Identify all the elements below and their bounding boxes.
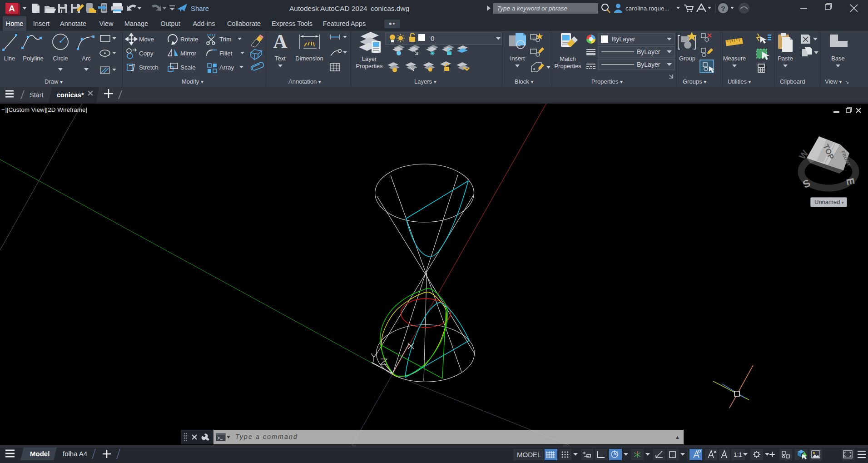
svg-text:carolina.roque...: carolina.roque... — [625, 5, 670, 12]
svg-text:Arc: Arc — [82, 55, 91, 62]
svg-text:Model: Model — [30, 450, 50, 458]
svg-text:Polyline: Polyline — [23, 55, 44, 62]
svg-text:Move: Move — [139, 36, 154, 43]
svg-text:Line: Line — [4, 55, 15, 62]
svg-text:Paste: Paste — [778, 55, 793, 62]
svg-text:?: ? — [721, 5, 725, 12]
svg-text:Copy: Copy — [139, 50, 154, 57]
svg-text:Insert: Insert — [510, 55, 525, 62]
svg-text:E: E — [844, 177, 857, 186]
svg-text:Properties: Properties — [356, 63, 383, 70]
svg-text:conicas.dwg: conicas.dwg — [371, 5, 409, 12]
svg-text:Mirror: Mirror — [180, 50, 197, 57]
svg-text:Properties: Properties — [554, 63, 581, 70]
svg-text:Fillet: Fillet — [219, 50, 233, 57]
svg-text:folha A4: folha A4 — [63, 450, 87, 458]
svg-text:Base: Base — [831, 55, 845, 62]
svg-text:Layer: Layer — [362, 55, 377, 62]
svg-text:Scale: Scale — [180, 64, 196, 71]
svg-text:A: A — [273, 31, 288, 53]
svg-text:Measure: Measure — [723, 55, 746, 62]
svg-text:Share: Share — [191, 5, 209, 12]
svg-text:ByLayer: ByLayer — [637, 48, 660, 55]
svg-text:Group: Group — [679, 55, 695, 62]
svg-text:A: A — [9, 4, 15, 13]
svg-text:Autodesk AutoCAD 2024: Autodesk AutoCAD 2024 — [289, 5, 367, 12]
svg-text:ByLayer: ByLayer — [637, 61, 660, 68]
svg-text:conicas*: conicas* — [57, 91, 84, 99]
svg-text:Type a keyword or phrase: Type a keyword or phrase — [497, 5, 567, 12]
svg-text:MODEL: MODEL — [517, 451, 541, 458]
svg-text:ByLayer: ByLayer — [612, 35, 635, 43]
svg-text:Array: Array — [219, 64, 234, 71]
svg-text:0: 0 — [431, 35, 434, 42]
svg-text:Trim: Trim — [219, 36, 232, 43]
svg-text:1:1: 1:1 — [734, 451, 742, 458]
svg-text:Start: Start — [30, 91, 44, 99]
svg-text:Match: Match — [560, 55, 575, 62]
svg-text:Rotate: Rotate — [180, 36, 198, 43]
svg-text:Text: Text — [275, 55, 286, 62]
svg-text:Circle: Circle — [53, 55, 68, 62]
svg-text:Dimension: Dimension — [295, 55, 323, 62]
svg-text:Stretch: Stretch — [139, 64, 159, 71]
